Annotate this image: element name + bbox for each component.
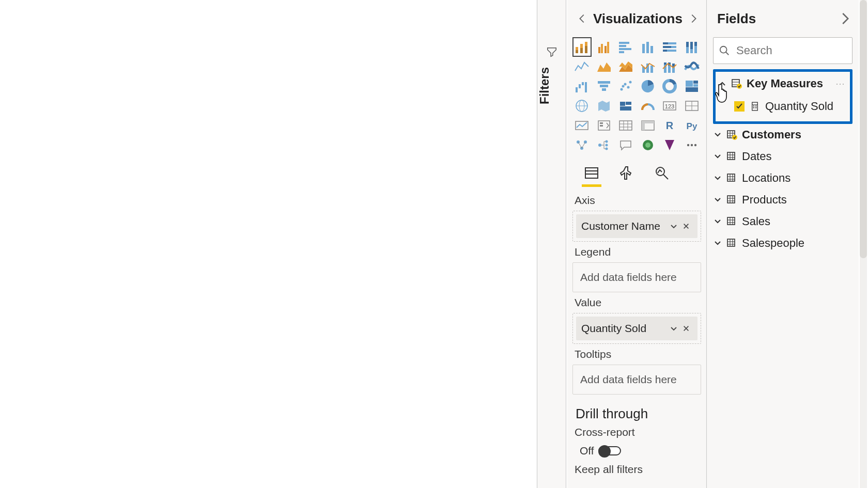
viz-line-stacked-column-icon[interactable] (660, 57, 679, 76)
table-dates[interactable]: Dates (711, 146, 855, 167)
svg-rect-41 (585, 82, 587, 92)
legend-well[interactable]: Add data fields here (572, 262, 701, 292)
chevron-down-icon[interactable] (713, 131, 722, 139)
tooltips-well-label: Tooltips (572, 344, 701, 365)
viz-donut-icon[interactable] (660, 76, 679, 96)
legend-well-label: Legend (572, 242, 701, 262)
svg-point-46 (624, 83, 627, 86)
viz-clustered-column-icon[interactable] (595, 37, 614, 57)
analytics-tab-icon[interactable] (651, 162, 673, 184)
viz-pie-icon[interactable] (639, 76, 658, 96)
svg-point-86 (687, 144, 689, 146)
svg-rect-132 (727, 239, 735, 246)
chevron-down-icon[interactable] (668, 222, 680, 230)
viz-funnel-icon[interactable] (595, 76, 614, 96)
close-icon[interactable] (680, 325, 692, 332)
fields-collapse-icon[interactable] (837, 11, 853, 26)
viz-python-icon[interactable]: Py (683, 116, 702, 135)
viz-collapse-right-icon[interactable] (686, 13, 701, 24)
viz-powerapps-icon[interactable] (660, 135, 679, 155)
report-canvas[interactable] (0, 0, 537, 488)
value-well[interactable]: Quantity Sold (572, 313, 701, 344)
search-text[interactable] (735, 43, 847, 58)
viz-table-icon[interactable] (616, 116, 636, 135)
tooltips-well[interactable]: Add data fields here (572, 365, 701, 395)
viz-line-icon[interactable] (572, 57, 592, 76)
filters-label[interactable]: Filters (537, 67, 566, 104)
viz-stacked-column-icon[interactable] (639, 37, 658, 57)
svg-rect-34 (668, 66, 671, 73)
table-sales[interactable]: Sales (711, 211, 855, 232)
svg-rect-105 (755, 107, 757, 108)
svg-rect-12 (619, 48, 631, 50)
svg-rect-103 (755, 105, 757, 106)
viz-multi-card-icon[interactable] (683, 96, 702, 116)
table-icon (726, 173, 738, 183)
viz-matrix-icon[interactable] (639, 116, 658, 135)
viz-decomposition-icon[interactable] (595, 135, 614, 155)
viz-card-icon[interactable]: 123 (660, 96, 679, 116)
viz-gauge-icon[interactable] (639, 96, 658, 116)
axis-well[interactable]: Customer Name (572, 211, 701, 242)
viz-scatter-icon[interactable] (616, 76, 636, 96)
table-customers[interactable]: Customers (711, 124, 855, 146)
viz-waterfall-icon[interactable] (572, 76, 592, 96)
viz-100-stacked-bar-icon[interactable] (683, 37, 702, 57)
svg-point-78 (584, 140, 587, 144)
viz-more-icon[interactable] (683, 135, 702, 155)
fields-tab-icon[interactable] (581, 162, 602, 184)
viz-arcgis-icon[interactable] (639, 135, 658, 155)
viz-shape-map-icon[interactable] (616, 96, 636, 116)
chevron-down-icon[interactable] (713, 239, 722, 247)
value-field-chip[interactable]: Quantity Sold (576, 317, 698, 340)
viz-clustered-bar-icon[interactable] (616, 37, 636, 57)
measure-quantity-sold[interactable]: Quantity Sold (716, 95, 850, 118)
viz-stacked-area-icon[interactable] (616, 57, 636, 76)
svg-point-80 (598, 144, 601, 147)
chevron-down-icon[interactable] (668, 324, 680, 333)
chevron-down-icon[interactable] (713, 217, 722, 226)
table-icon (726, 130, 738, 140)
chevron-up-icon[interactable] (718, 80, 727, 88)
viz-100-stacked-column-icon[interactable] (660, 37, 679, 57)
table-locations[interactable]: Locations (711, 167, 855, 189)
property-tabs (567, 155, 706, 187)
svg-line-93 (663, 175, 668, 179)
viz-area-icon[interactable] (595, 57, 614, 76)
viz-line-clustered-column-icon[interactable] (639, 57, 658, 76)
svg-rect-1 (576, 47, 578, 50)
viz-key-influencers-icon[interactable] (572, 135, 592, 155)
measure-label: Quantity Sold (765, 100, 833, 113)
chevron-down-icon[interactable] (713, 174, 722, 182)
more-icon[interactable]: ⋯ (832, 73, 848, 95)
viz-map-icon[interactable] (572, 96, 592, 116)
viz-qna-icon[interactable] (616, 135, 636, 155)
svg-rect-22 (667, 50, 676, 52)
table-key-measures[interactable]: Key Measures ⋯ (716, 73, 850, 95)
chevron-down-icon[interactable] (713, 196, 722, 204)
viz-collapse-left-icon[interactable] (575, 13, 590, 24)
table-products[interactable]: Products (711, 189, 855, 211)
table-salespeople[interactable]: Salespeople (711, 232, 855, 254)
viz-filled-map-icon[interactable] (595, 96, 614, 116)
filters-pane-collapsed: Filters (537, 0, 566, 488)
svg-rect-15 (646, 42, 649, 53)
fields-search-input[interactable] (713, 37, 853, 64)
svg-rect-18 (668, 42, 676, 44)
viz-slicer-icon[interactable] (595, 116, 614, 135)
viz-treemap-icon[interactable] (683, 76, 702, 96)
axis-field-chip[interactable]: Customer Name (576, 214, 698, 238)
cross-report-toggle[interactable]: Off (580, 445, 621, 457)
close-icon[interactable] (680, 223, 692, 230)
viz-ribbon-icon[interactable] (683, 57, 702, 76)
chevron-down-icon[interactable] (713, 152, 722, 161)
checkbox-checked-icon[interactable] (734, 101, 745, 112)
format-tab-icon[interactable] (616, 162, 638, 184)
viz-stacked-bar-icon[interactable] (572, 37, 592, 57)
svg-rect-52 (693, 81, 698, 84)
filters-expand-icon[interactable] (537, 46, 566, 58)
viz-kpi-icon[interactable] (572, 116, 592, 135)
vertical-scrollbar[interactable] (860, 0, 867, 488)
viz-r-icon[interactable]: R (660, 116, 679, 135)
svg-rect-9 (607, 42, 609, 53)
